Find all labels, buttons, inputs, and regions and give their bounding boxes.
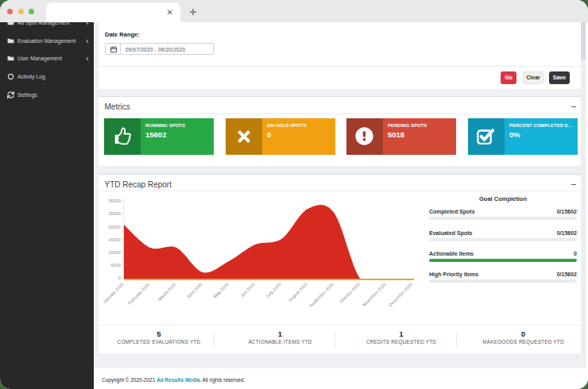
svg-text:March-2020: March-2020 xyxy=(157,282,176,302)
svg-text:October-2020: October-2020 xyxy=(338,282,360,304)
svg-text:20000: 20000 xyxy=(108,225,120,229)
svg-text:0: 0 xyxy=(118,275,120,280)
svg-text:September-2020: September-2020 xyxy=(308,282,334,308)
svg-text:5000: 5000 xyxy=(110,263,120,268)
svg-text:January-2020: January-2020 xyxy=(102,282,124,304)
svg-text:30000: 30000 xyxy=(108,198,120,203)
svg-text:August-2020: August-2020 xyxy=(287,282,308,302)
svg-text:Jun-2020: Jun-2020 xyxy=(239,282,255,298)
svg-text:10000: 10000 xyxy=(108,250,120,255)
svg-text:November-2020: November-2020 xyxy=(361,282,386,307)
svg-text:15000: 15000 xyxy=(108,237,120,242)
svg-text:April-2020: April-2020 xyxy=(185,282,203,299)
svg-text:25000: 25000 xyxy=(108,211,120,216)
svg-text:May-2020: May-2020 xyxy=(212,282,230,299)
svg-text:December-2020: December-2020 xyxy=(387,282,412,307)
svg-text:February-2020: February-2020 xyxy=(126,282,150,306)
svg-text:July-2020: July-2020 xyxy=(265,282,281,298)
